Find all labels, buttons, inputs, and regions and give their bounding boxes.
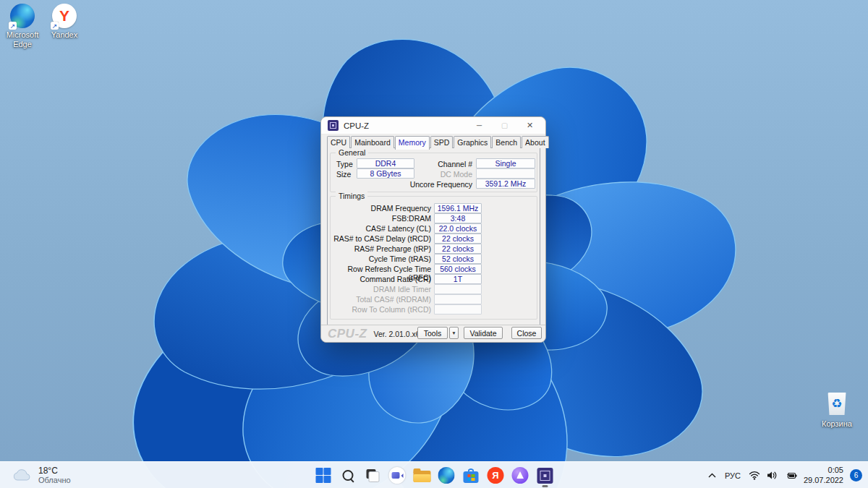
wifi-icon[interactable] [749, 471, 760, 480]
store-icon [464, 468, 479, 483]
tab-about[interactable]: About [522, 136, 548, 148]
start-button[interactable] [315, 463, 333, 488]
row-to-column-value [434, 304, 482, 314]
command-rate-value: 1T [434, 274, 482, 284]
size-label: Size [336, 170, 351, 179]
desktop-icon-recycle-bin[interactable]: ♻ Корзина [816, 393, 858, 429]
tray-chevron-up-icon[interactable] [707, 472, 717, 479]
desktop-icon-label: Yandex [51, 30, 78, 40]
timing-row: RAS# to CAS# Delay (tRCD)22 clocks [331, 234, 537, 244]
cpuz-icon [537, 468, 553, 484]
minimize-button[interactable]: ─ [467, 118, 492, 134]
yandex-browser-icon: Я [488, 467, 504, 484]
timing-row: CAS# Latency (CL)22.0 clocks [331, 223, 537, 234]
shortcut-arrow-icon: ↗ [51, 22, 59, 30]
tab-strip: CPU Mainboard Memory SPD Graphics Bench … [327, 136, 550, 148]
yandex-browser-button[interactable]: Я [487, 463, 505, 488]
close-button[interactable]: Close [511, 327, 542, 339]
trp-value: 22 clocks [434, 244, 482, 254]
tab-graphics[interactable]: Graphics [454, 136, 491, 148]
type-label: Type [336, 160, 353, 168]
desktop: ↗ Microsoft Edge Y ↗ Yandex ♻ Корзина CP… [0, 0, 868, 488]
task-view-icon [365, 468, 380, 483]
trfc-value: 560 clocks [434, 264, 482, 274]
weather-widget[interactable]: 18°C Облачно [6, 464, 77, 487]
volume-icon[interactable] [767, 471, 778, 480]
taskbar-center-icons: Я [315, 462, 554, 488]
window-title: CPU-Z [344, 121, 369, 130]
cas-latency-value: 22.0 clocks [434, 223, 482, 234]
windows-logo-icon [316, 468, 331, 483]
dram-frequency-value: 1596.1 MHz [434, 203, 482, 213]
tools-button[interactable]: Tools [417, 327, 448, 339]
uncore-frequency-label: Uncore Frequency [386, 180, 472, 189]
active-app-indicator [542, 485, 548, 487]
desktop-icon-yandex[interactable]: Y ↗ Yandex [43, 4, 85, 40]
clock[interactable]: 0:05 29.07.2022 [804, 466, 843, 486]
timing-row: FSB:DRAM3:48 [331, 213, 537, 223]
notification-badge[interactable]: 6 [850, 469, 862, 481]
search-button[interactable] [339, 463, 357, 488]
version-text: Ver. 2.01.0.x64 [373, 330, 424, 338]
edge-icon [438, 467, 455, 484]
total-cas-value [434, 294, 482, 304]
microsoft-store-button[interactable] [462, 463, 480, 488]
channel-label: Channel # [386, 160, 472, 168]
alice-button[interactable] [511, 463, 529, 488]
system-tray: РУС [707, 462, 862, 488]
tab-bench[interactable]: Bench [492, 136, 521, 148]
timing-row: Total CAS# (tRDRAM) [331, 294, 537, 304]
channel-value: Single [476, 158, 535, 168]
timings-legend: Timings [336, 192, 367, 200]
general-group: General Type DDR4 Size 8 GBytes Channel … [330, 153, 537, 192]
desktop-icon-edge[interactable]: ↗ Microsoft Edge [1, 4, 43, 48]
cpuz-logo: CPU-Z [328, 327, 367, 341]
timing-row: DRAM Frequency1596.1 MHz [331, 203, 537, 213]
alice-icon [512, 467, 529, 484]
chat-button[interactable] [388, 463, 407, 488]
weather-temp: 18°C [38, 466, 71, 476]
tray-time: 0:05 [804, 466, 843, 476]
timing-row: Row To Column (tRCD) [331, 304, 537, 314]
memory-tab-panel: General Type DDR4 Size 8 GBytes Channel … [327, 147, 540, 325]
fsb-dram-value: 3:48 [434, 213, 482, 223]
timings-group: Timings DRAM Frequency1596.1 MHz FSB:DRA… [330, 196, 537, 320]
window-titlebar[interactable]: CPU-Z ─ ▢ ✕ [321, 117, 545, 134]
battery-charging-icon[interactable] [784, 471, 797, 480]
shortcut-arrow-icon: ↗ [9, 22, 17, 30]
cpuz-window: CPU-Z ─ ▢ ✕ CPU Mainboard Memory SPD Gra… [320, 116, 546, 343]
desktop-icon-label: Microsoft Edge [1, 30, 43, 48]
cpuz-taskbar-button[interactable] [536, 463, 554, 488]
tab-mainboard[interactable]: Mainboard [351, 136, 394, 148]
timing-row: Cycle Time (tRAS)52 clocks [331, 254, 537, 264]
file-explorer-button[interactable] [413, 463, 431, 488]
tab-memory[interactable]: Memory [395, 136, 430, 150]
tab-cpu[interactable]: CPU [327, 136, 350, 148]
tab-spd[interactable]: SPD [430, 136, 454, 148]
validate-button[interactable]: Validate [464, 327, 503, 339]
timing-row: DRAM Idle Timer [331, 284, 537, 294]
cpuz-app-icon [328, 120, 339, 131]
dc-mode-value [476, 168, 535, 179]
tools-dropdown-button[interactable]: ▼ [449, 327, 459, 339]
close-window-button[interactable]: ✕ [517, 118, 542, 134]
cloud-icon [12, 468, 32, 482]
dram-idle-timer-value [434, 284, 482, 294]
general-legend: General [336, 148, 368, 157]
folder-icon [413, 468, 430, 482]
search-icon [341, 468, 355, 483]
trcd-value: 22 clocks [434, 234, 482, 244]
language-indicator[interactable]: РУС [723, 471, 742, 480]
task-view-button[interactable] [364, 463, 382, 488]
tras-value: 52 clocks [434, 254, 482, 264]
timing-row: Command Rate (CR)1T [331, 274, 537, 284]
recycle-bin-icon: ♻ [827, 393, 847, 415]
uncore-frequency-value: 3591.2 MHz [476, 179, 535, 189]
taskbar: 18°C Облачно Я РУС [0, 461, 868, 488]
timing-row: Row Refresh Cycle Time (tRFC)560 clocks [331, 264, 537, 274]
weather-condition: Облачно [38, 476, 71, 485]
edge-taskbar-button[interactable] [438, 463, 456, 488]
desktop-icon-label: Корзина [822, 419, 852, 429]
tray-date: 29.07.2022 [804, 476, 843, 486]
timing-row: RAS# Precharge (tRP)22 clocks [331, 244, 537, 254]
